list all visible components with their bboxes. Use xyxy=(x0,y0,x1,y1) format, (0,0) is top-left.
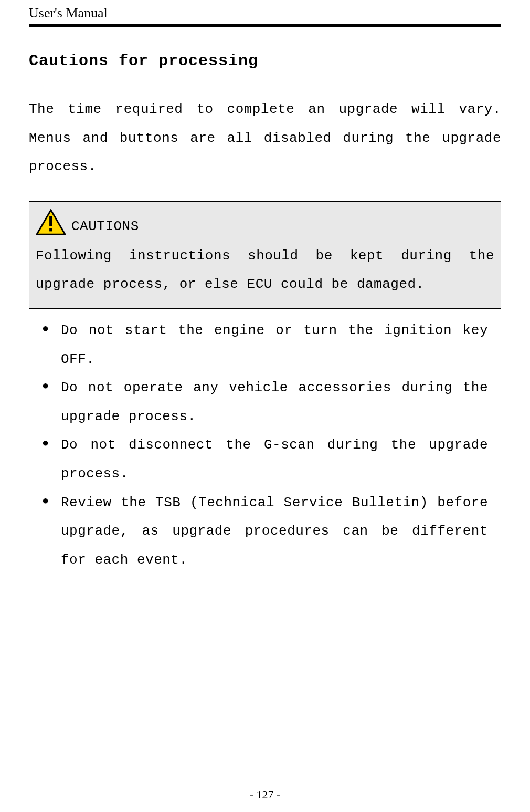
list-item: ● Do not disconnect the G-scan during th… xyxy=(42,431,488,488)
bullet-text: Review the TSB (Technical Service Bullet… xyxy=(61,488,488,575)
caution-instruction: Following instructions should be kept du… xyxy=(36,242,494,299)
bullet-text: Do not disconnect the G-scan during the … xyxy=(61,431,488,488)
intro-paragraph: The time required to complete an upgrade… xyxy=(29,95,501,181)
caution-header: CAUTIONS Following instructions should b… xyxy=(29,202,501,308)
section-title: Cautions for processing xyxy=(29,52,501,70)
svg-rect-2 xyxy=(49,228,52,231)
bullet-icon: ● xyxy=(42,488,61,575)
bullet-text: Do not operate any vehicle accessories d… xyxy=(61,373,488,431)
header-title: User's Manual xyxy=(29,0,501,24)
caution-label: CAUTIONS xyxy=(71,218,139,236)
bullet-text: Do not start the engine or turn the igni… xyxy=(61,316,488,373)
header-rule xyxy=(29,24,501,27)
list-item: ● Do not start the engine or turn the ig… xyxy=(42,316,488,373)
caution-box: CAUTIONS Following instructions should b… xyxy=(29,201,501,585)
page-number: - 127 - xyxy=(0,788,530,801)
warning-icon xyxy=(36,209,66,236)
list-item: ● Review the TSB (Technical Service Bull… xyxy=(42,488,488,575)
caution-title-row: CAUTIONS xyxy=(36,209,494,236)
caution-list: ● Do not start the engine or turn the ig… xyxy=(29,308,501,584)
svg-rect-1 xyxy=(49,216,52,226)
bullet-icon: ● xyxy=(42,431,61,488)
list-item: ● Do not operate any vehicle accessories… xyxy=(42,373,488,431)
bullet-icon: ● xyxy=(42,316,61,373)
bullet-icon: ● xyxy=(42,373,61,431)
